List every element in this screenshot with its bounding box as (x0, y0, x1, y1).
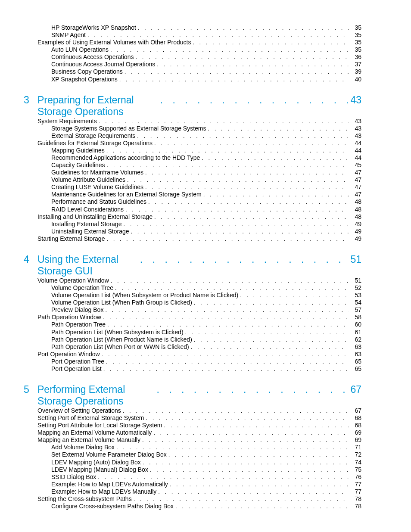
toc-entry[interactable]: Capacity Guidelines. . . . . . . . . . .… (24, 162, 361, 169)
leader-dots: . . . . . . . . . . . . . . . . . . . . … (105, 236, 349, 243)
toc-entry[interactable]: Setting Port Attribute for Local Storage… (24, 422, 361, 429)
toc-entry[interactable]: Mapping an External Volume Automatically… (24, 429, 361, 436)
toc-entry[interactable]: Guidelines for External Storage Operatio… (24, 140, 361, 147)
toc-entry-label: Continuous Access Operations (51, 53, 134, 61)
toc-entry[interactable]: Examples of Using External Volumes with … (24, 39, 361, 46)
toc-entry[interactable]: Volume Operation Window. . . . . . . . .… (24, 277, 361, 284)
toc-entry[interactable]: Port Operation Tree. . . . . . . . . . .… (24, 358, 361, 365)
section-title[interactable]: 5Performing External Storage Operations.… (24, 384, 361, 407)
toc-entry-page: 47 (349, 176, 361, 184)
section-title-label: Performing External Storage Operations (37, 384, 153, 407)
leader-dots: . . . . . . . . . . . . . . . . . . . . … (200, 155, 349, 162)
toc-entry[interactable]: Port Operation List. . . . . . . . . . .… (24, 365, 361, 373)
toc-entry[interactable]: Mapping an External Volume Manually. . .… (24, 436, 361, 444)
toc-entry[interactable]: Path Operation List (When Subsystem is C… (24, 329, 361, 336)
toc-entry[interactable]: LDEV Mapping (Auto) Dialog Box. . . . . … (24, 459, 361, 466)
toc-entry[interactable]: HP StorageWorks XP Snapshot. . . . . . .… (24, 24, 361, 31)
toc-entry-page: 68 (349, 422, 361, 429)
toc-entry[interactable]: Example: How to Map LDEVs Automatically.… (24, 481, 361, 488)
leader-dots: . . . . . . . . . . . . . . . . . . . . … (132, 496, 349, 503)
leader-dots: . . . . . . . . . . . . . . . . . . . . … (168, 481, 349, 488)
toc-entry[interactable]: System Requirements. . . . . . . . . . .… (24, 118, 361, 125)
toc-entry-label: Add Volume Dialog Box (51, 444, 115, 451)
leader-dots: . . . . . . . . . . . . . . . . . . . . … (137, 254, 348, 265)
leader-dots: . . . . . . . . . . . . . . . . . . . . … (153, 140, 349, 147)
toc-entry[interactable]: Volume Operation List (When Path Group i… (24, 299, 361, 306)
toc-entry-page: 40 (349, 76, 361, 83)
toc-entry[interactable]: Maintenance Guidelines for an External S… (24, 191, 361, 198)
toc-entry-page: 58 (349, 314, 361, 321)
leader-dots: . . . . . . . . . . . . . . . . . . . . … (105, 162, 349, 169)
toc-entry-page: 61 (349, 329, 361, 336)
toc-entry-label: HP StorageWorks XP Snapshot (51, 24, 136, 31)
section-title[interactable]: 3Preparing for External Storage Operatio… (24, 94, 361, 118)
toc-entry[interactable]: Installing and Uninstalling External Sto… (24, 213, 361, 221)
section-title[interactable]: 4Using the External Storage GUI. . . . .… (24, 254, 361, 277)
leader-dots: . . . . . . . . . . . . . . . . . . . . … (192, 336, 349, 343)
toc-entry[interactable]: Configure Cross-subsystem Paths Dialog B… (24, 503, 361, 510)
leader-dots: . . . . . . . . . . . . . . . . . . . . … (156, 488, 349, 495)
toc-entry-page: 67 (349, 407, 361, 414)
toc-entry[interactable]: External Storage Requirements. . . . . .… (24, 132, 361, 140)
section-page: 43 (348, 94, 361, 106)
toc-entry-label: Overview of Setting Operations (37, 407, 121, 414)
toc-entry[interactable]: Guidelines for Mainframe Volumes. . . . … (24, 169, 361, 176)
toc-entry[interactable]: Path Operation List (When Port or WWN is… (24, 343, 361, 351)
toc-entry[interactable]: Example: How to Map LDEVs Manually. . . … (24, 488, 361, 495)
toc-entry-page: 65 (349, 358, 361, 365)
toc-entry[interactable]: Uninstalling External Storage. . . . . .… (24, 228, 361, 235)
toc-entry-page: 47 (349, 169, 361, 176)
toc-entry-label: Guidelines for Mainframe Volumes (51, 169, 143, 176)
toc-entry[interactable]: Set External Volume Parameter Dialog Box… (24, 451, 361, 458)
toc-entry[interactable]: Volume Operation Tree. . . . . . . . . .… (24, 284, 361, 292)
toc-entry[interactable]: Path Operation Tree. . . . . . . . . . .… (24, 321, 361, 328)
toc-entry[interactable]: Starting External Storage. . . . . . . .… (24, 235, 361, 243)
toc-entry[interactable]: Storage Systems Supported as External St… (24, 125, 361, 132)
toc-entry[interactable]: Path Operation Window. . . . . . . . . .… (24, 314, 361, 321)
toc-entry[interactable]: LDEV Mapping (Manual) Dialog Box. . . . … (24, 466, 361, 473)
leader-dots: . . . . . . . . . . . . . . . . . . . . … (124, 206, 349, 213)
leader-dots: . . . . . . . . . . . . . . . . . . . . … (118, 76, 349, 83)
leader-dots: . . . . . . . . . . . . . . . . . . . . … (184, 329, 349, 336)
toc-entry[interactable]: Mapping Guidelines. . . . . . . . . . . … (24, 147, 361, 154)
toc-entry[interactable]: Installing External Storage. . . . . . .… (24, 221, 361, 228)
toc-entry[interactable]: Recommended Applications according to th… (24, 154, 361, 162)
toc-entry-label: LDEV Mapping (Manual) Dialog Box (51, 466, 148, 473)
toc-entry[interactable]: SSID Dialog Box. . . . . . . . . . . . .… (24, 473, 361, 481)
leader-dots: . . . . . . . . . . . . . . . . . . . . … (129, 228, 349, 235)
toc-entry[interactable]: Path Operation List (When Product Name i… (24, 336, 361, 343)
toc-entry-label: Set External Volume Parameter Dialog Box (51, 451, 167, 458)
toc-entry[interactable]: Add Volume Dialog Box. . . . . . . . . .… (24, 444, 361, 451)
toc-entry[interactable]: Performance and Status Guidelines. . . .… (24, 198, 361, 205)
toc-entry-page: 78 (349, 495, 361, 503)
toc-entry-page: 60 (349, 321, 361, 328)
toc-entry-page: 36 (349, 53, 361, 61)
toc-entry-page: 37 (349, 61, 361, 68)
toc-entry[interactable]: Business Copy Operations. . . . . . . . … (24, 68, 361, 75)
toc-entry-page: 44 (349, 147, 361, 154)
leader-dots: . . . . . . . . . . . . . . . . . . . . … (157, 94, 348, 106)
toc-entry-page: 62 (349, 336, 361, 343)
toc-entry[interactable]: Setting Port of External Storage System.… (24, 414, 361, 422)
toc-entry-label: Recommended Applications according to th… (51, 154, 200, 162)
toc-entry[interactable]: Creating LUSE Volume Guidelines. . . . .… (24, 184, 361, 191)
toc-entry-label: Starting External Storage (37, 235, 105, 243)
toc-entry[interactable]: Preview Dialog Box. . . . . . . . . . . … (24, 306, 361, 314)
toc-entry[interactable]: Setting the Cross-subsystem Paths. . . .… (24, 495, 361, 503)
toc-entry[interactable]: Port Operation Window. . . . . . . . . .… (24, 351, 361, 358)
toc-entry[interactable]: Continuous Access Operations. . . . . . … (24, 53, 361, 61)
leader-dots: . . . . . . . . . . . . . . . . . . . . … (167, 451, 349, 458)
toc-entry[interactable]: XP Snapshot Operations. . . . . . . . . … (24, 76, 361, 83)
toc-entry-label: Examples of Using External Volumes with … (37, 39, 191, 46)
toc-entry[interactable]: Auto LUN Operations. . . . . . . . . . .… (24, 46, 361, 53)
toc-entry[interactable]: SNMP Agent. . . . . . . . . . . . . . . … (24, 31, 361, 39)
toc-entry[interactable]: Volume Operation List (When Subsystem or… (24, 292, 361, 299)
leader-dots: . . . . . . . . . . . . . . . . . . . . … (106, 321, 349, 328)
toc-entry[interactable]: Volume Attribute Guidelines. . . . . . .… (24, 176, 361, 184)
leader-dots: . . . . . . . . . . . . . . . . . . . . … (141, 459, 349, 466)
toc-entry[interactable]: Overview of Setting Operations. . . . . … (24, 407, 361, 414)
toc-entry[interactable]: Continuous Access Journal Operations. . … (24, 61, 361, 68)
toc-entry-page: 77 (349, 481, 361, 488)
toc-entry[interactable]: RAID Level Considerations. . . . . . . .… (24, 206, 361, 213)
toc-root: HP StorageWorks XP Snapshot. . . . . . .… (24, 24, 361, 510)
